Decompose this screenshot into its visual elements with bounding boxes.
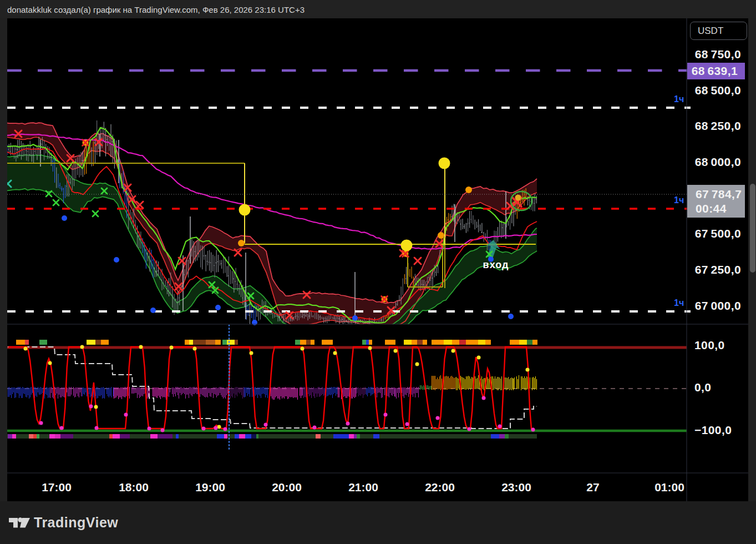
svg-text:вход: вход: [483, 259, 509, 270]
